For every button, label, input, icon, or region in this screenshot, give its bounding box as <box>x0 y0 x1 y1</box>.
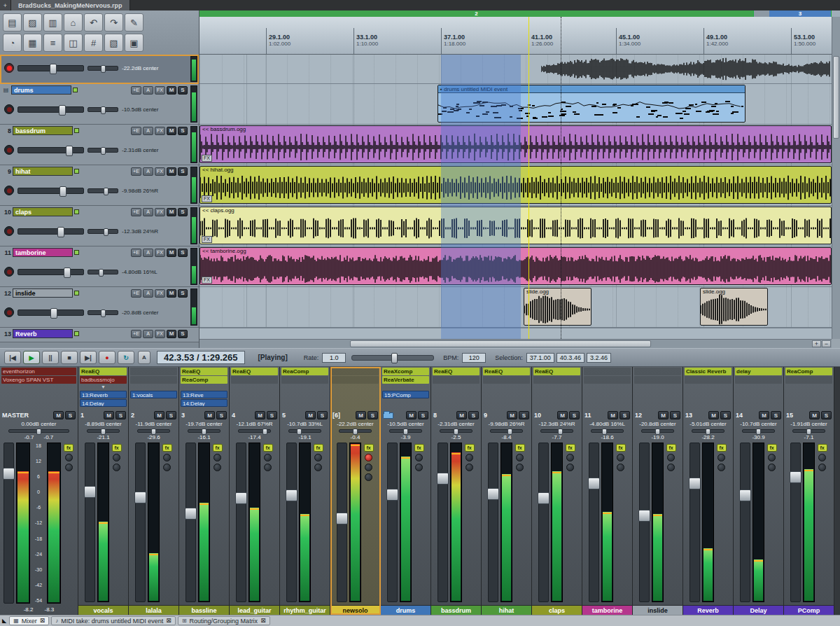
record-arm-button[interactable] <box>4 226 14 236</box>
channel-pan-handle[interactable] <box>353 429 358 435</box>
channel-mono-button[interactable] <box>667 464 675 471</box>
item-fx-badge[interactable]: FX <box>202 277 212 284</box>
channel-name[interactable]: PComp <box>784 605 834 615</box>
master-pan-handle[interactable] <box>36 429 41 435</box>
channel-solo-button[interactable]: S <box>519 411 529 419</box>
track-volume-fader-handle[interactable] <box>66 146 73 156</box>
track-envelope-button[interactable]: A <box>143 167 153 176</box>
track-mute-button[interactable]: M <box>167 330 176 338</box>
track-solo-button[interactable]: S <box>178 289 188 298</box>
channel-pan-slider[interactable] <box>87 429 120 433</box>
channel-pan-slider[interactable] <box>591 429 624 433</box>
channel-solo-button[interactable]: S <box>821 411 832 419</box>
snap-button[interactable]: ◫ <box>64 34 83 52</box>
send-slot[interactable]: 14:Delay <box>80 399 127 407</box>
channel-fader-handle[interactable] <box>3 468 15 480</box>
channel-pan-handle[interactable] <box>297 429 302 435</box>
open-project-button[interactable]: ▨ <box>23 13 42 32</box>
channel-fader[interactable] <box>236 443 246 602</box>
channel-solo-button[interactable]: S <box>620 411 630 419</box>
audio-item[interactable]: << bassdrum.oggFX <box>200 125 832 163</box>
channel-solo-button[interactable]: S <box>569 411 580 419</box>
track-io-button[interactable]: +E <box>131 289 141 298</box>
channel-name[interactable]: Reverb <box>683 605 733 615</box>
repeat-button[interactable]: ↻ <box>118 351 134 364</box>
audio-item[interactable] <box>541 55 832 82</box>
channel-name[interactable]: newsolo <box>330 605 380 615</box>
track-io-button[interactable]: +E <box>131 167 141 176</box>
channel-name[interactable]: lalala <box>129 605 178 615</box>
horizontal-scrollbar[interactable]: + − <box>200 339 832 348</box>
mixer-strip-drums[interactable]: ReaXcompReaVerbate15:PCompMS-10.5dB cent… <box>381 367 431 615</box>
channel-mute-button[interactable]: M <box>204 411 215 419</box>
channel-mono-button[interactable] <box>264 464 272 471</box>
record-button[interactable]: ● <box>99 351 115 364</box>
audio-item[interactable]: slide.ogg <box>700 288 768 326</box>
channel-mono-button[interactable] <box>465 464 473 471</box>
item-fx-badge[interactable]: FX <box>202 236 212 243</box>
selection-field-2[interactable]: 3.2.46 <box>587 353 611 363</box>
track-solo-button[interactable]: S <box>178 86 188 95</box>
channel-solo-button[interactable]: S <box>216 411 227 419</box>
bpm-value[interactable]: 120 <box>462 353 486 363</box>
channel-pan-handle[interactable] <box>151 429 156 435</box>
channel-fx-button[interactable]: fx <box>364 444 374 452</box>
channel-pan-slider[interactable] <box>792 429 825 433</box>
track-fx-button[interactable]: FX <box>155 289 165 298</box>
channel-pan-handle[interactable] <box>101 429 106 435</box>
channel-mute-button[interactable]: M <box>708 411 719 419</box>
channel-fader[interactable] <box>286 443 297 602</box>
channel-fader-handle[interactable] <box>235 492 247 504</box>
channel-mute-button[interactable]: M <box>255 411 265 419</box>
track-pan-slider-handle[interactable] <box>99 269 104 277</box>
channel-pan-slider[interactable] <box>490 429 523 433</box>
timeline-ruler[interactable]: 29.1.001:02.00033.1.001:10.00037.1.001:1… <box>200 17 832 55</box>
channel-fader-handle[interactable] <box>739 489 751 501</box>
fx-slot[interactable]: ReaEQ <box>483 368 530 375</box>
selection-field-1[interactable]: 40.3.46 <box>556 353 584 363</box>
mixer-strip-lead_guitar[interactable]: ReaEQ4MS-12.1dB 67%R-17.4fxlead_guitar <box>230 367 280 615</box>
channel-solo-button[interactable]: S <box>115 411 126 419</box>
vertical-scrollbar-handle[interactable] <box>833 56 839 139</box>
channel-solo-button[interactable]: S <box>317 411 328 419</box>
save-project-button[interactable]: ▥ <box>43 13 62 32</box>
grid-lines-button[interactable]: # <box>84 34 103 52</box>
channel-fader-handle[interactable] <box>437 473 449 485</box>
channel-fx-button[interactable]: fx <box>314 444 323 452</box>
midi-item[interactable]: ▪ drums untitled MIDI event <box>438 85 746 123</box>
send-slot[interactable]: 1:vocals <box>130 391 177 398</box>
track-name-box[interactable]: tamborine <box>13 248 73 257</box>
track-pan-slider[interactable] <box>88 229 118 234</box>
tcp-track-drums[interactable]: ▤drums+EAFXMS-10.5dB center <box>0 84 199 125</box>
track-pan-slider-handle[interactable] <box>101 106 106 114</box>
channel-mono-button[interactable] <box>516 464 524 471</box>
transport-position[interactable]: 42.3.53 / 1:29.265 <box>157 351 245 364</box>
channel-pan-handle[interactable] <box>403 429 408 435</box>
track-volume-fader-handle[interactable] <box>50 64 57 74</box>
undo-button[interactable]: ↶ <box>84 13 103 32</box>
grid-button[interactable]: ▦ <box>23 34 42 52</box>
vertical-scrollbar[interactable] <box>832 17 840 339</box>
fx-slot[interactable]: ReaEQ <box>533 368 580 375</box>
mixer-strip-PComp[interactable]: ReaComp15MS-1.91dB center-7.1fxPComp <box>784 367 834 615</box>
rate-slider-handle[interactable] <box>391 353 398 363</box>
track-pan-slider-handle[interactable] <box>104 228 108 236</box>
channel-fx-button[interactable]: fx <box>616 444 626 452</box>
fx-slot[interactable]: ReaEQ <box>231 368 278 375</box>
send-slot[interactable]: 13:Reverb <box>80 391 127 398</box>
channel-mono-button[interactable] <box>566 464 574 471</box>
channel-pan-slider[interactable] <box>339 429 372 433</box>
track-pan-slider[interactable] <box>88 107 118 112</box>
channel-record-arm-button[interactable] <box>365 454 372 461</box>
channel-pan-slider[interactable] <box>389 429 422 433</box>
fx-slot[interactable]: eventhorizon <box>1 368 76 375</box>
channel-fader-handle[interactable] <box>638 510 650 522</box>
channel-fader[interactable] <box>85 443 95 602</box>
fx-slot[interactable]: badbussmojo <box>80 376 127 384</box>
channel-pan-handle[interactable] <box>706 429 710 435</box>
fx-slot[interactable]: ReaComp <box>785 368 832 375</box>
channel-mute-button[interactable]: M <box>154 411 164 419</box>
track-mute-button[interactable]: M <box>167 249 176 257</box>
master-pan-slider[interactable] <box>8 429 69 433</box>
track-name-box[interactable]: Reverb <box>13 329 73 338</box>
